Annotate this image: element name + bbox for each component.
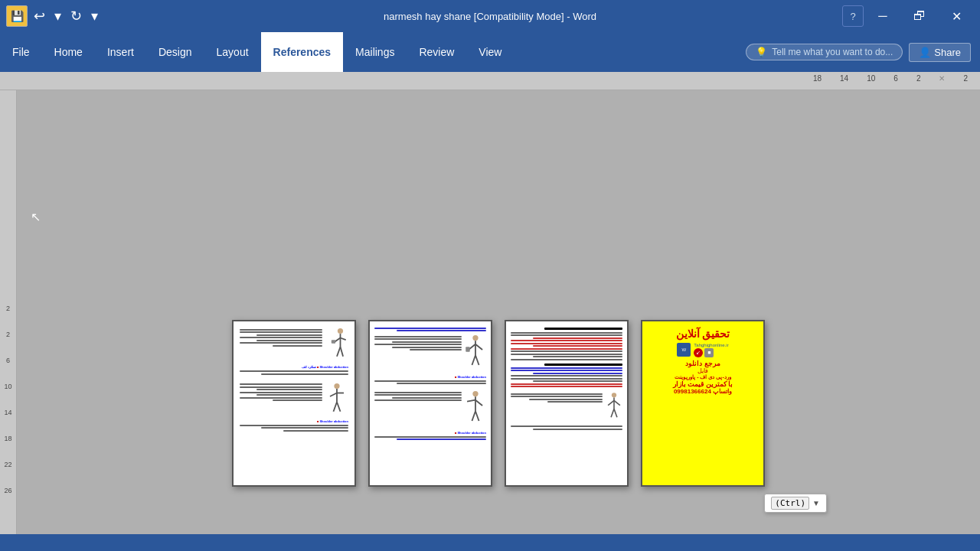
ad-logo-icon: W (677, 343, 691, 357)
document-canvas: ↖ (17, 90, 980, 534)
page-1-top-text (240, 328, 322, 362)
ribbon: File Home Insert Design Layout Reference… (0, 32, 980, 72)
status-bar (0, 534, 980, 551)
ad-ref: مرجع دانلود (685, 360, 720, 367)
ad-site: Tahghighonline.ir (694, 343, 728, 347)
main-area: 2 2 6 10 14 18 22 26 ↖ (0, 90, 980, 534)
svg-line-24 (472, 411, 475, 421)
ad-contact: واتساپ 09981366624 (674, 388, 732, 395)
svg-line-17 (472, 355, 475, 365)
page-2[interactable]: Shoulder abduction ■ (368, 320, 492, 487)
page2-section-label-2: Shoulder abduction ■ (374, 431, 486, 435)
ruler: 18 14 10 6 2 ✕ 2 (0, 72, 980, 90)
page-3[interactable] (505, 320, 629, 487)
svg-line-16 (475, 344, 482, 350)
restore-button[interactable]: 🗗 (902, 5, 937, 27)
svg-line-11 (334, 402, 338, 412)
ctrl-dropdown-arrow-icon[interactable]: ▼ (812, 499, 820, 507)
tab-layout[interactable]: Layout (204, 32, 261, 72)
ctrl-tooltip[interactable]: (Ctrl) ▼ (764, 494, 827, 513)
ribbon-right: 💡 Tell me what you want to do... 👤 Share (746, 32, 980, 72)
share-icon: 👤 (919, 47, 931, 58)
ad-types: ورد-پی دی اف - پاورپوینت (675, 374, 730, 380)
svg-point-7 (334, 383, 339, 388)
page-2-wrapper: Shoulder abduction ■ (368, 320, 492, 487)
tab-review[interactable]: Review (407, 32, 466, 72)
tab-mailings[interactable]: Mailings (343, 32, 407, 72)
svg-line-23 (475, 400, 482, 406)
ad-file: فایل (697, 367, 708, 374)
page-4[interactable]: تحقیق آنلاین W Tahghighonline.ir ↙ (641, 320, 765, 487)
svg-point-13 (472, 335, 478, 341)
svg-rect-6 (332, 340, 335, 344)
svg-line-4 (337, 347, 341, 357)
section-label-2: Shoulder abduction ■ (240, 419, 348, 424)
svg-line-9 (330, 393, 337, 396)
svg-line-25 (475, 411, 479, 421)
page-4-content: تحقیق آنلاین W Tahghighonline.ir ↙ (642, 321, 763, 485)
svg-line-29 (614, 400, 620, 405)
page-4-wrapper: تحقیق آنلاین W Tahghighonline.ir ↙ (641, 320, 765, 487)
svg-line-22 (467, 400, 475, 402)
ruler-numbers: 18 14 10 6 2 ✕ 2 (813, 74, 968, 83)
page2-person2-icon (465, 390, 486, 429)
title-bar: 💾 ↩ ▾ ↻ ▾ narmesh hay shane [Compatibili… (0, 0, 980, 32)
customize-button[interactable]: ▾ (88, 5, 101, 27)
page-3-wrapper (505, 320, 629, 487)
undo-dropdown[interactable]: ▾ (51, 5, 64, 27)
svg-line-30 (611, 409, 614, 417)
page-1-bottom-text (240, 383, 322, 417)
ad-title: تحقیق آنلاین (676, 328, 730, 341)
share-label: Share (934, 47, 961, 58)
page-1[interactable]: Shoulder abduction ■ عملکرد کتف (232, 320, 356, 487)
page-1-wrapper: Shoulder abduction ■ عملکرد کتف (232, 320, 356, 487)
person-figure-top-icon (325, 328, 348, 362)
svg-point-20 (472, 391, 478, 396)
page-1-content: Shoulder abduction ■ عملکرد کتف (234, 321, 354, 439)
section-label-1: Shoulder abduction ■ عملکرد کتف (240, 365, 348, 370)
minimize-button[interactable]: ─ (865, 5, 900, 27)
svg-rect-19 (466, 347, 469, 351)
svg-line-28 (608, 400, 614, 405)
page-3-content (506, 321, 627, 435)
person-figure-bottom-icon (325, 383, 348, 417)
ad-icon-2: ■ (704, 348, 714, 357)
left-ruler: 2 2 6 10 14 18 22 26 (0, 90, 17, 534)
mouse-cursor: ↖ (31, 210, 41, 224)
window-title: narmesh hay shane [Compatibility Mode] -… (384, 11, 596, 22)
tell-me-placeholder: Tell me what you want to do... (772, 47, 893, 57)
close-button[interactable]: ✕ (939, 5, 974, 27)
svg-line-3 (341, 338, 346, 341)
help-button[interactable]: ? (842, 5, 864, 27)
undo-button[interactable]: ↩ (31, 5, 48, 27)
lightbulb-icon: 💡 (756, 47, 767, 57)
ad-logo-area: W Tahghighonline.ir ↙ ■ (677, 343, 728, 357)
save-button[interactable]: 💾 (6, 5, 28, 27)
tab-references[interactable]: References (261, 32, 344, 72)
quick-access-toolbar: 💾 ↩ ▾ ↻ ▾ (6, 5, 101, 27)
tell-me-input[interactable]: 💡 Tell me what you want to do... (746, 44, 903, 60)
tab-design[interactable]: Design (146, 32, 204, 72)
svg-line-18 (475, 355, 479, 365)
page3-person-icon (606, 392, 622, 422)
page2-section-label: Shoulder abduction ■ (374, 375, 486, 379)
window-controls: ? ─ 🗗 ✕ (836, 5, 974, 27)
ad-price: با کمترین قیمت بازار (673, 380, 733, 388)
svg-line-31 (614, 409, 617, 417)
share-button[interactable]: 👤 Share (909, 43, 971, 62)
svg-point-0 (338, 328, 343, 334)
svg-point-26 (612, 393, 616, 397)
svg-line-12 (337, 402, 341, 412)
svg-line-5 (341, 347, 344, 357)
redo-button[interactable]: ↻ (67, 5, 85, 27)
tab-file[interactable]: File (0, 32, 42, 72)
tab-view[interactable]: View (466, 32, 514, 72)
pages-container: Shoulder abduction ■ عملکرد کتف (232, 320, 765, 487)
tab-home[interactable]: Home (42, 32, 95, 72)
page-2-content: Shoulder abduction ■ (370, 321, 491, 446)
tab-insert[interactable]: Insert (95, 32, 146, 72)
ad-icon-1: ↙ (694, 348, 703, 357)
ctrl-key-label: (Ctrl) (771, 497, 809, 510)
page2-person-icon (465, 334, 486, 373)
